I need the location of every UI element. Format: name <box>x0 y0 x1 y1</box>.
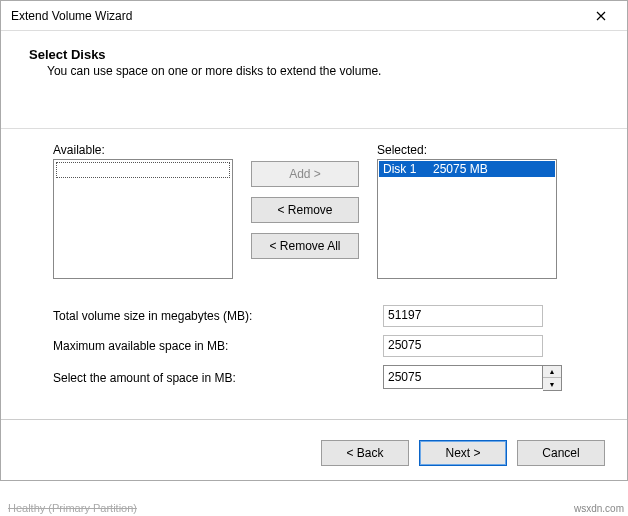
page-heading: Select Disks <box>29 47 605 62</box>
page-subtext: You can use space on one or more disks t… <box>47 64 605 78</box>
list-item[interactable]: Disk 1 25075 MB <box>379 161 555 177</box>
window-title: Extend Volume Wizard <box>11 9 132 23</box>
disk-lists-row: Available: Add > < Remove < Remove All S… <box>53 143 575 279</box>
selected-column: Selected: Disk 1 25075 MB <box>377 143 557 279</box>
amount-input[interactable] <box>383 365 543 389</box>
cancel-button[interactable]: Cancel <box>517 440 605 466</box>
total-size-label: Total volume size in megabytes (MB): <box>53 309 383 323</box>
total-size-value: 51197 <box>383 305 543 327</box>
titlebar: Extend Volume Wizard <box>1 1 627 31</box>
close-button[interactable] <box>581 3 621 29</box>
watermark: wsxdn.com <box>574 503 624 514</box>
focus-rect <box>56 162 230 178</box>
back-button[interactable]: < Back <box>321 440 409 466</box>
spinner-buttons: ▲ ▼ <box>543 365 562 391</box>
amount-label: Select the amount of space in MB: <box>53 371 383 385</box>
selected-label: Selected: <box>377 143 557 157</box>
spin-up-button[interactable]: ▲ <box>543 366 561 378</box>
size-fields: Total volume size in megabytes (MB): 511… <box>53 305 575 391</box>
available-column: Available: <box>53 143 233 279</box>
chevron-up-icon: ▲ <box>549 368 556 375</box>
next-button[interactable]: Next > <box>419 440 507 466</box>
add-button[interactable]: Add > <box>251 161 359 187</box>
close-icon <box>596 8 606 24</box>
available-label: Available: <box>53 143 233 157</box>
amount-spinner: ▲ ▼ <box>383 365 543 391</box>
transfer-buttons: Add > < Remove < Remove All <box>251 161 359 259</box>
content: Available: Add > < Remove < Remove All S… <box>23 129 605 391</box>
selected-listbox[interactable]: Disk 1 25075 MB <box>377 159 557 279</box>
max-space-label: Maximum available space in MB: <box>53 339 383 353</box>
available-listbox[interactable] <box>53 159 233 279</box>
chevron-down-icon: ▼ <box>549 381 556 388</box>
max-space-value: 25075 <box>383 335 543 357</box>
client-area: Select Disks You can use space on one or… <box>1 31 627 430</box>
footer-divider <box>1 419 627 420</box>
spin-down-button[interactable]: ▼ <box>543 378 561 390</box>
wizard-window: Extend Volume Wizard Select Disks You ca… <box>0 0 628 481</box>
remove-button[interactable]: < Remove <box>251 197 359 223</box>
remove-all-button[interactable]: < Remove All <box>251 233 359 259</box>
background-partition-text: Healthy (Primary Partition) <box>8 502 137 514</box>
wizard-footer: < Back Next > Cancel <box>1 430 627 480</box>
